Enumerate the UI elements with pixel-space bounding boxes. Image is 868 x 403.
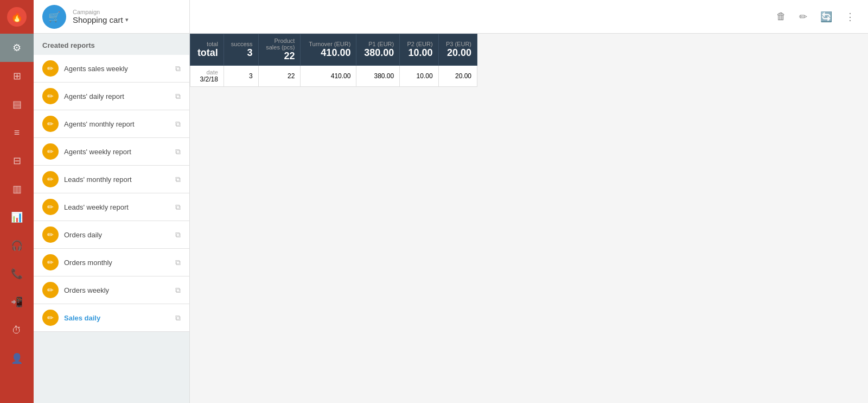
item-edit-icon: ✏ bbox=[42, 282, 59, 298]
sidebar-item-label: Leads' weekly report bbox=[64, 203, 170, 211]
copy-icon[interactable]: ⧉ bbox=[175, 230, 181, 240]
item-edit-icon: ✏ bbox=[42, 88, 59, 104]
sidebar-header: 🛒 Campaign Shopping cart ▾ bbox=[34, 0, 189, 34]
sidebar-item-2[interactable]: ✏ Agents' daily report ⧉ bbox=[34, 83, 189, 110]
copy-icon[interactable]: ⧉ bbox=[175, 286, 181, 295]
item-edit-icon: ✏ bbox=[42, 226, 59, 243]
stack-nav-item[interactable]: ⊟ bbox=[0, 147, 34, 175]
campaign-label: Campaign bbox=[73, 9, 129, 15]
turnover-cell: 410.00 bbox=[301, 66, 356, 87]
copy-icon[interactable]: ⧉ bbox=[175, 258, 181, 267]
main-content: 🗑 ✏ 🔄 ⋮ total total success 3 Produc bbox=[190, 0, 868, 403]
p2-cell: 10.00 bbox=[400, 66, 438, 87]
sidebar-item-9[interactable]: ✏ Orders weekly ⧉ bbox=[34, 276, 189, 304]
p3-cell: 20.00 bbox=[438, 66, 477, 87]
total-p1: P1 (EUR) 380.00 bbox=[356, 34, 400, 66]
campaign-dropdown-arrow[interactable]: ▾ bbox=[125, 16, 129, 23]
clock-nav-item[interactable]: ⏱ bbox=[0, 316, 34, 344]
item-edit-icon: ✏ bbox=[42, 171, 59, 187]
copy-icon[interactable]: ⧉ bbox=[175, 175, 181, 184]
edit-button[interactable]: ✏ bbox=[797, 9, 809, 25]
total-p3: P3 (EUR) 20.00 bbox=[438, 34, 477, 66]
delete-button[interactable]: 🗑 bbox=[774, 9, 788, 24]
sidebar-item-label: Orders daily bbox=[64, 231, 170, 239]
grid-nav-item[interactable]: ⊞ bbox=[0, 62, 34, 90]
user-nav-item[interactable]: 👤 bbox=[0, 344, 34, 373]
table-row: date 3/2/18 3 22 410.00 380.00 10.00 20.… bbox=[190, 66, 477, 87]
product-sales-cell: 22 bbox=[258, 66, 301, 87]
refresh-button[interactable]: 🔄 bbox=[818, 9, 834, 25]
sidebar-item-label: Orders weekly bbox=[64, 286, 170, 294]
sidebar-item-label: Agents' daily report bbox=[64, 92, 170, 100]
sidebar-item-label: Leads' monthly report bbox=[64, 175, 170, 184]
content-area: total total success 3 Product sales (pcs… bbox=[190, 34, 868, 403]
copy-icon[interactable]: ⧉ bbox=[175, 119, 181, 129]
item-edit-icon: ✏ bbox=[42, 254, 59, 270]
total-success: success 3 bbox=[224, 34, 258, 66]
more-button[interactable]: ⋮ bbox=[843, 9, 857, 25]
sidebar-item-6[interactable]: ✏ Leads' weekly report ⧉ bbox=[34, 193, 189, 221]
topbar: 🗑 ✏ 🔄 ⋮ bbox=[190, 0, 868, 34]
total-product-sales: Product sales (pcs) 22 bbox=[258, 34, 301, 66]
total-header-row: total total success 3 Product sales (pcs… bbox=[190, 34, 477, 66]
item-edit-icon: ✏ bbox=[42, 143, 59, 160]
success-cell: 3 bbox=[224, 66, 258, 87]
sidebar: 🛒 Campaign Shopping cart ▾ Created repor… bbox=[34, 0, 190, 403]
copy-icon[interactable]: ⧉ bbox=[175, 313, 181, 323]
copy-icon[interactable]: ⧉ bbox=[175, 203, 181, 212]
layers-nav-item[interactable]: ≡ bbox=[0, 118, 34, 147]
sidebar-item-label: Agents' monthly report bbox=[64, 120, 170, 128]
date-cell: date 3/2/18 bbox=[190, 66, 224, 87]
p1-cell: 380.00 bbox=[356, 66, 400, 87]
total-p2: P2 (EUR) 10.00 bbox=[400, 34, 438, 66]
sidebar-item-label: Agents sales weekly bbox=[64, 65, 170, 73]
sidebar-item-4[interactable]: ✏ Agents' weekly report ⧉ bbox=[34, 138, 189, 166]
icon-bar: 🔥 ⚙ ⊞ ▤ ≡ ⊟ ▥ 📊 🎧 📞 📲 ⏱ 👤 bbox=[0, 0, 34, 403]
sidebar-item-label: Sales daily bbox=[64, 314, 170, 322]
report-table: total total success 3 Product sales (pcs… bbox=[190, 34, 477, 87]
sidebar-item-label: Agents' weekly report bbox=[64, 148, 170, 156]
phone-nav-item[interactable]: 📞 bbox=[0, 260, 34, 288]
copy-icon[interactable]: ⧉ bbox=[175, 64, 181, 73]
copy-icon[interactable]: ⧉ bbox=[175, 92, 181, 101]
headset-nav-item[interactable]: 🎧 bbox=[0, 231, 34, 260]
app-logo: 🔥 bbox=[7, 7, 27, 27]
sidebar-item-1[interactable]: ✏ Agents sales weekly ⧉ bbox=[34, 55, 189, 83]
phone-forward-nav-item[interactable]: 📲 bbox=[0, 288, 34, 316]
copy-icon[interactable]: ⧉ bbox=[175, 147, 181, 156]
item-edit-icon: ✏ bbox=[42, 60, 59, 77]
campaign-name: Shopping cart ▾ bbox=[73, 15, 129, 24]
logo-area: 🔥 bbox=[0, 0, 34, 34]
sidebar-item-7[interactable]: ✏ Orders daily ⧉ bbox=[34, 221, 189, 249]
sidebar-item-5[interactable]: ✏ Leads' monthly report ⧉ bbox=[34, 166, 189, 193]
campaign-info: Campaign Shopping cart ▾ bbox=[73, 9, 129, 24]
chart-nav-item[interactable]: 📊 bbox=[0, 203, 34, 231]
sidebar-item-8[interactable]: ✏ Orders monthly ⧉ bbox=[34, 249, 189, 276]
sidebar-item-10[interactable]: ✏ Sales daily ⧉ bbox=[34, 304, 189, 332]
item-edit-icon: ✏ bbox=[42, 199, 59, 215]
total-turnover: Turnover (EUR) 410.00 bbox=[301, 34, 356, 66]
sidebar-item-3[interactable]: ✏ Agents' monthly report ⧉ bbox=[34, 110, 189, 138]
sidebar-item-label: Orders monthly bbox=[64, 259, 170, 267]
document-nav-item[interactable]: ▤ bbox=[0, 90, 34, 118]
inbox-nav-item[interactable]: ▥ bbox=[0, 175, 34, 203]
item-edit-icon: ✏ bbox=[42, 310, 59, 326]
campaign-icon: 🛒 bbox=[42, 5, 66, 29]
sidebar-title: Created reports bbox=[34, 34, 189, 55]
item-edit-icon: ✏ bbox=[42, 116, 59, 132]
total-label-top: total total bbox=[190, 34, 224, 66]
sidebar-list: ✏ Agents sales weekly ⧉ ✏ Agents' daily … bbox=[34, 55, 189, 403]
gear-nav-item[interactable]: ⚙ bbox=[0, 34, 34, 62]
